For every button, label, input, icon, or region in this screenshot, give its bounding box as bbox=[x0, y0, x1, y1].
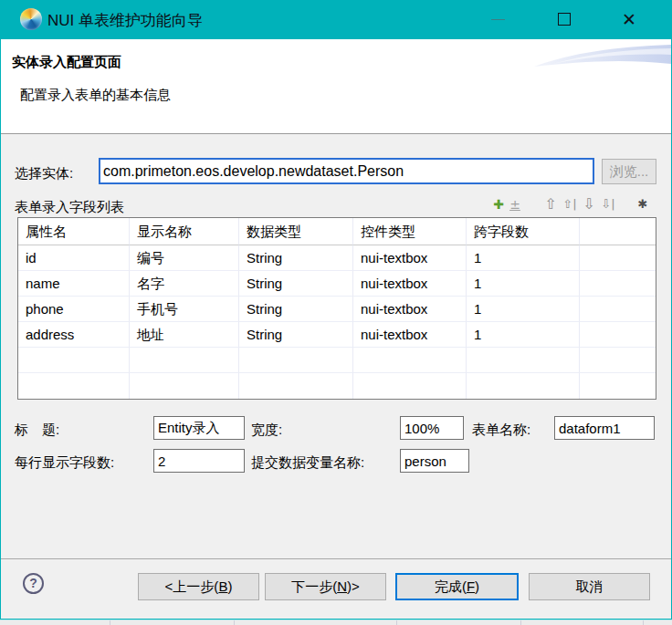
table-cell: 1 bbox=[467, 271, 580, 297]
table-cell: name bbox=[18, 271, 130, 297]
table-cell: id bbox=[18, 245, 130, 271]
table-cell bbox=[580, 297, 656, 322]
finish-button[interactable]: 完成(F) bbox=[395, 573, 519, 600]
maximize-icon bbox=[558, 13, 571, 26]
table-header-row: 属性名显示名称数据类型控件类型跨字段数 bbox=[18, 218, 656, 245]
table-cell bbox=[580, 322, 656, 348]
help-button[interactable]: ? bbox=[23, 573, 44, 594]
table-cell: nui-textbox bbox=[353, 297, 467, 322]
form-name-input[interactable] bbox=[554, 416, 655, 440]
table-cell bbox=[130, 373, 239, 399]
submit-var-input[interactable] bbox=[400, 449, 469, 473]
background-window-strip bbox=[0, 620, 672, 625]
table-cell bbox=[580, 373, 656, 399]
table-cell: String bbox=[239, 322, 353, 348]
table-cell bbox=[353, 348, 467, 373]
table-cell: 编号 bbox=[130, 245, 239, 271]
table-row[interactable] bbox=[18, 373, 656, 399]
table-cell bbox=[580, 271, 656, 297]
finish-mnemonic: F bbox=[467, 578, 475, 594]
table-cell bbox=[580, 245, 656, 271]
screen: NUI 单表维护功能向导 ✕ 实体录入配置页面 bbox=[0, 0, 672, 625]
table-row[interactable]: address地址Stringnui-textbox1 bbox=[18, 322, 656, 348]
submit-var-label: 提交数据变量名称: bbox=[251, 454, 364, 472]
form-name-label: 表单名称: bbox=[472, 422, 530, 439]
table-cell: 1 bbox=[467, 297, 580, 322]
fields-per-row-label: 每行显示字段数: bbox=[15, 454, 114, 472]
column-header: 跨字段数 bbox=[467, 218, 580, 245]
form-title-input[interactable] bbox=[153, 416, 245, 440]
table-cell: 地址 bbox=[130, 322, 239, 348]
table-cell bbox=[239, 373, 353, 399]
finish-button-suffix: ) bbox=[475, 578, 479, 594]
back-button[interactable]: <上一步(B) bbox=[138, 573, 259, 600]
table-cell: String bbox=[239, 297, 353, 322]
close-icon: ✕ bbox=[622, 11, 636, 28]
table-cell: String bbox=[239, 271, 353, 297]
table-cell bbox=[467, 348, 580, 373]
table-cell bbox=[467, 373, 580, 399]
cancel-button[interactable]: 取消 bbox=[529, 573, 650, 600]
width-label: 宽度: bbox=[251, 422, 282, 439]
move-up-icon[interactable]: ⇧ bbox=[541, 195, 560, 214]
column-header: 显示名称 bbox=[130, 218, 239, 245]
wizard-banner: 实体录入配置页面 配置录入表单的基本信息 bbox=[1, 39, 671, 134]
column-header: 属性名 bbox=[18, 218, 130, 245]
table-cell bbox=[580, 348, 656, 373]
table-row[interactable]: name名字Stringnui-textbox1 bbox=[18, 271, 656, 297]
app-logo-icon bbox=[20, 8, 42, 30]
add-remove-icon[interactable]: ± bbox=[507, 195, 523, 214]
column-header: 控件类型 bbox=[353, 218, 467, 245]
page-title: 实体录入配置页面 bbox=[12, 54, 121, 71]
finish-button-label: 完成( bbox=[435, 578, 467, 594]
column-header: 数据类型 bbox=[239, 218, 353, 245]
width-input[interactable] bbox=[400, 416, 464, 440]
next-button-suffix: )> bbox=[347, 578, 360, 594]
delete-row-icon[interactable]: ✱ bbox=[635, 195, 651, 214]
table-cell: 1 bbox=[467, 245, 580, 271]
back-button-suffix: ) bbox=[227, 578, 232, 594]
table-cell bbox=[18, 373, 130, 399]
form-title-label: 标 题: bbox=[15, 422, 59, 439]
entity-label: 选择实体: bbox=[15, 165, 73, 182]
table-cell bbox=[353, 373, 467, 399]
title-bar[interactable]: NUI 单表维护功能向导 ✕ bbox=[0, 0, 672, 39]
field-list-label: 表单录入字段列表 bbox=[15, 199, 124, 216]
back-mnemonic: B bbox=[218, 578, 227, 594]
table-cell: 名字 bbox=[130, 271, 239, 297]
browse-button[interactable]: 浏览... bbox=[602, 159, 656, 184]
column-header bbox=[580, 218, 656, 245]
add-row-icon[interactable]: ✚ bbox=[490, 195, 507, 214]
table-cell: nui-textbox bbox=[353, 322, 467, 348]
next-mnemonic: N bbox=[337, 578, 347, 594]
fields-per-row-input[interactable] bbox=[153, 449, 245, 473]
table-cell bbox=[239, 348, 353, 373]
close-button[interactable]: ✕ bbox=[608, 0, 650, 38]
minimize-button[interactable] bbox=[477, 0, 519, 38]
minimize-icon bbox=[491, 19, 505, 20]
table-cell: String bbox=[239, 245, 353, 271]
table-cell bbox=[130, 348, 239, 373]
back-button-label: <上一步( bbox=[165, 578, 219, 594]
wizard-dialog: NUI 单表维护功能向导 ✕ 实体录入配置页面 bbox=[0, 0, 672, 620]
table-row[interactable]: id编号Stringnui-textbox1 bbox=[18, 245, 656, 271]
move-bottom-icon[interactable]: ⇩| bbox=[598, 195, 618, 214]
maximize-button[interactable] bbox=[543, 0, 585, 38]
button-bar-separator bbox=[1, 558, 671, 559]
table-cell: address bbox=[18, 322, 130, 348]
table-cell: 手机号 bbox=[130, 297, 239, 322]
move-top-icon[interactable]: ⇧| bbox=[560, 195, 580, 214]
table-cell: phone bbox=[18, 297, 130, 322]
next-button[interactable]: 下一步(N)> bbox=[265, 573, 386, 600]
banner-swoosh-graphic bbox=[534, 42, 671, 71]
field-list-toolbar: ✚ ± ⇧ ⇧| ⇩ ⇩| ✱ bbox=[490, 194, 656, 214]
page-subtitle: 配置录入表单的基本信息 bbox=[20, 87, 171, 104]
table-cell: nui-textbox bbox=[353, 271, 467, 297]
table-row[interactable]: phone手机号Stringnui-textbox1 bbox=[18, 297, 656, 322]
next-button-label: 下一步( bbox=[291, 578, 337, 594]
table-row[interactable] bbox=[18, 348, 656, 373]
entity-input[interactable] bbox=[99, 158, 594, 184]
move-down-icon[interactable]: ⇩ bbox=[580, 195, 598, 214]
window-title: NUI 单表维护功能向导 bbox=[47, 10, 203, 31]
table-cell: nui-textbox bbox=[353, 245, 467, 271]
